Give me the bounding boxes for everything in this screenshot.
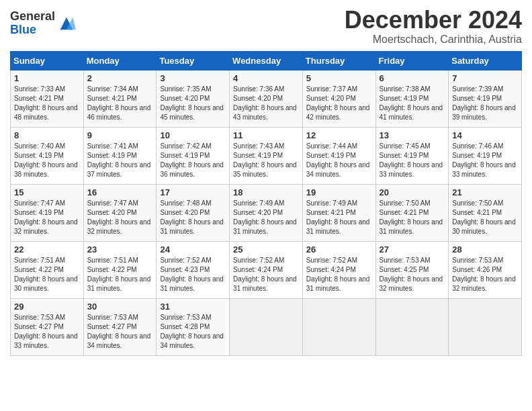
day-info: Sunrise: 7:43 AMSunset: 4:19 PMDaylight:… <box>233 142 299 179</box>
day-info: Sunrise: 7:40 AMSunset: 4:19 PMDaylight:… <box>14 142 80 179</box>
calendar-cell: 8Sunrise: 7:40 AMSunset: 4:19 PMDaylight… <box>11 127 84 184</box>
calendar-table: SundayMondayTuesdayWednesdayThursdayFrid… <box>10 51 522 356</box>
calendar-cell: 20Sunrise: 7:50 AMSunset: 4:21 PMDayligh… <box>375 184 449 241</box>
day-number: 15 <box>14 187 80 197</box>
calendar-header-friday: Friday <box>375 51 449 70</box>
day-number: 25 <box>233 244 299 255</box>
day-number: 4 <box>233 73 299 83</box>
calendar-header-tuesday: Tuesday <box>157 51 230 70</box>
day-number: 24 <box>160 244 226 255</box>
calendar-header-wednesday: Wednesday <box>230 51 303 70</box>
day-number: 2 <box>87 73 153 83</box>
calendar-cell: 2Sunrise: 7:34 AMSunset: 4:21 PMDaylight… <box>83 70 157 127</box>
day-number: 6 <box>380 73 445 83</box>
day-number: 18 <box>233 187 299 197</box>
day-number: 14 <box>452 130 518 140</box>
calendar-cell: 10Sunrise: 7:42 AMSunset: 4:19 PMDayligh… <box>157 127 230 184</box>
day-info: Sunrise: 7:41 AMSunset: 4:19 PMDaylight:… <box>87 142 153 179</box>
title-block: December 2024 Moertschach, Carinthia, Au… <box>345 7 522 46</box>
day-number: 21 <box>452 187 518 197</box>
day-info: Sunrise: 7:39 AMSunset: 4:19 PMDaylight:… <box>452 85 518 122</box>
calendar-cell: 31Sunrise: 7:53 AMSunset: 4:28 PMDayligh… <box>157 298 230 355</box>
day-info: Sunrise: 7:44 AMSunset: 4:19 PMDaylight:… <box>306 142 372 179</box>
day-info: Sunrise: 7:53 AMSunset: 4:27 PMDaylight:… <box>87 313 153 351</box>
day-info: Sunrise: 7:53 AMSunset: 4:25 PMDaylight:… <box>380 256 445 293</box>
day-info: Sunrise: 7:52 AMSunset: 4:24 PMDaylight:… <box>233 256 299 293</box>
day-number: 7 <box>452 73 518 83</box>
calendar-cell <box>230 298 303 355</box>
day-number: 31 <box>160 302 226 312</box>
day-number: 3 <box>160 73 226 83</box>
calendar-cell: 18Sunrise: 7:49 AMSunset: 4:20 PMDayligh… <box>230 184 303 241</box>
calendar-cell: 11Sunrise: 7:43 AMSunset: 4:19 PMDayligh… <box>230 127 303 184</box>
calendar-week-row: 22Sunrise: 7:51 AMSunset: 4:22 PMDayligh… <box>11 241 522 298</box>
day-info: Sunrise: 7:50 AMSunset: 4:21 PMDaylight:… <box>452 199 518 236</box>
day-number: 26 <box>306 244 372 255</box>
day-number: 19 <box>306 187 372 197</box>
day-info: Sunrise: 7:49 AMSunset: 4:20 PMDaylight:… <box>233 199 299 236</box>
day-info: Sunrise: 7:53 AMSunset: 4:26 PMDaylight:… <box>452 256 518 293</box>
day-info: Sunrise: 7:42 AMSunset: 4:19 PMDaylight:… <box>160 142 226 179</box>
calendar-cell: 3Sunrise: 7:35 AMSunset: 4:20 PMDaylight… <box>157 70 230 127</box>
calendar-cell: 27Sunrise: 7:53 AMSunset: 4:25 PMDayligh… <box>375 241 449 298</box>
calendar-cell: 24Sunrise: 7:52 AMSunset: 4:23 PMDayligh… <box>157 241 230 298</box>
day-info: Sunrise: 7:33 AMSunset: 4:21 PMDaylight:… <box>14 85 80 122</box>
day-number: 17 <box>160 187 226 197</box>
day-info: Sunrise: 7:51 AMSunset: 4:22 PMDaylight:… <box>87 256 153 293</box>
day-info: Sunrise: 7:48 AMSunset: 4:20 PMDaylight:… <box>160 199 226 236</box>
calendar-cell: 30Sunrise: 7:53 AMSunset: 4:27 PMDayligh… <box>83 298 157 355</box>
day-info: Sunrise: 7:36 AMSunset: 4:20 PMDaylight:… <box>233 85 299 122</box>
day-number: 5 <box>306 73 372 83</box>
calendar-header-saturday: Saturday <box>449 51 522 70</box>
logo-icon <box>57 14 76 33</box>
day-number: 27 <box>380 244 445 255</box>
day-info: Sunrise: 7:50 AMSunset: 4:21 PMDaylight:… <box>380 199 445 236</box>
day-number: 12 <box>306 130 372 140</box>
day-number: 16 <box>87 187 153 197</box>
calendar-cell: 21Sunrise: 7:50 AMSunset: 4:21 PMDayligh… <box>449 184 522 241</box>
day-number: 20 <box>380 187 445 197</box>
calendar-cell: 28Sunrise: 7:53 AMSunset: 4:26 PMDayligh… <box>449 241 522 298</box>
calendar-cell: 13Sunrise: 7:45 AMSunset: 4:19 PMDayligh… <box>375 127 449 184</box>
day-info: Sunrise: 7:52 AMSunset: 4:24 PMDaylight:… <box>306 256 372 293</box>
calendar-header-sunday: Sunday <box>11 51 84 70</box>
day-number: 10 <box>160 130 226 140</box>
day-info: Sunrise: 7:47 AMSunset: 4:19 PMDaylight:… <box>14 199 80 236</box>
day-info: Sunrise: 7:49 AMSunset: 4:21 PMDaylight:… <box>306 199 372 236</box>
day-info: Sunrise: 7:45 AMSunset: 4:19 PMDaylight:… <box>380 142 445 179</box>
day-info: Sunrise: 7:46 AMSunset: 4:19 PMDaylight:… <box>452 142 518 179</box>
calendar-cell: 19Sunrise: 7:49 AMSunset: 4:21 PMDayligh… <box>302 184 375 241</box>
calendar-cell: 12Sunrise: 7:44 AMSunset: 4:19 PMDayligh… <box>302 127 375 184</box>
calendar-header-monday: Monday <box>83 51 157 70</box>
day-info: Sunrise: 7:52 AMSunset: 4:23 PMDaylight:… <box>160 256 226 293</box>
page-header: General Blue December 2024 Moertschach, … <box>10 7 522 46</box>
day-number: 30 <box>87 302 153 312</box>
day-info: Sunrise: 7:53 AMSunset: 4:27 PMDaylight:… <box>14 313 80 351</box>
logo-blue: Blue <box>10 24 55 37</box>
day-info: Sunrise: 7:38 AMSunset: 4:19 PMDaylight:… <box>380 85 445 122</box>
day-info: Sunrise: 7:47 AMSunset: 4:20 PMDaylight:… <box>87 199 153 236</box>
calendar-week-row: 8Sunrise: 7:40 AMSunset: 4:19 PMDaylight… <box>11 127 522 184</box>
calendar-cell: 5Sunrise: 7:37 AMSunset: 4:20 PMDaylight… <box>302 70 375 127</box>
calendar-header-thursday: Thursday <box>302 51 375 70</box>
calendar-cell: 17Sunrise: 7:48 AMSunset: 4:20 PMDayligh… <box>157 184 230 241</box>
calendar-cell: 23Sunrise: 7:51 AMSunset: 4:22 PMDayligh… <box>83 241 157 298</box>
day-number: 29 <box>14 302 80 312</box>
day-number: 1 <box>14 73 80 83</box>
calendar-cell: 25Sunrise: 7:52 AMSunset: 4:24 PMDayligh… <box>230 241 303 298</box>
day-info: Sunrise: 7:35 AMSunset: 4:20 PMDaylight:… <box>160 85 226 122</box>
day-number: 13 <box>380 130 445 140</box>
day-number: 11 <box>233 130 299 140</box>
calendar-cell: 16Sunrise: 7:47 AMSunset: 4:20 PMDayligh… <box>83 184 157 241</box>
calendar-cell <box>302 298 375 355</box>
calendar-cell: 9Sunrise: 7:41 AMSunset: 4:19 PMDaylight… <box>83 127 157 184</box>
calendar-cell <box>449 298 522 355</box>
calendar-cell: 6Sunrise: 7:38 AMSunset: 4:19 PMDaylight… <box>375 70 449 127</box>
day-number: 23 <box>87 244 153 255</box>
calendar-cell: 7Sunrise: 7:39 AMSunset: 4:19 PMDaylight… <box>449 70 522 127</box>
day-info: Sunrise: 7:51 AMSunset: 4:22 PMDaylight:… <box>14 256 80 293</box>
calendar-cell: 26Sunrise: 7:52 AMSunset: 4:24 PMDayligh… <box>302 241 375 298</box>
day-info: Sunrise: 7:37 AMSunset: 4:20 PMDaylight:… <box>306 85 372 122</box>
calendar-week-row: 15Sunrise: 7:47 AMSunset: 4:19 PMDayligh… <box>11 184 522 241</box>
day-info: Sunrise: 7:53 AMSunset: 4:28 PMDaylight:… <box>160 313 226 351</box>
